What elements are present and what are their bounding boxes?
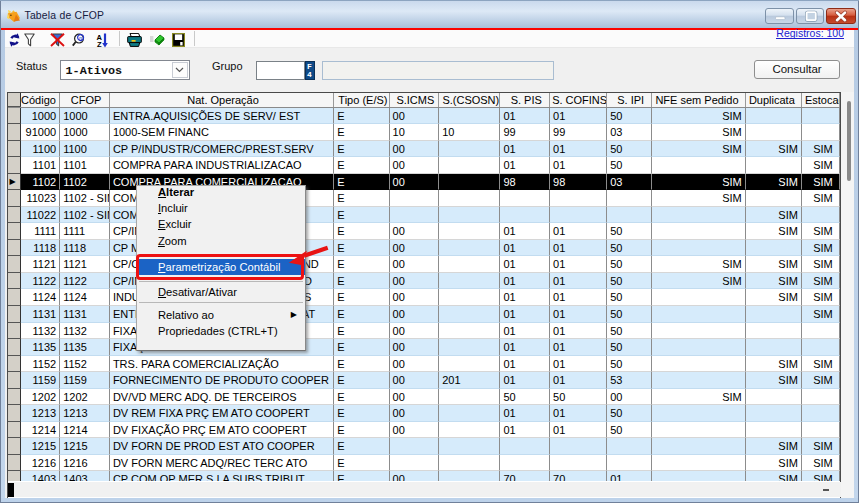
svg-text:n: n xyxy=(78,34,81,41)
svg-text:Z: Z xyxy=(96,40,101,48)
